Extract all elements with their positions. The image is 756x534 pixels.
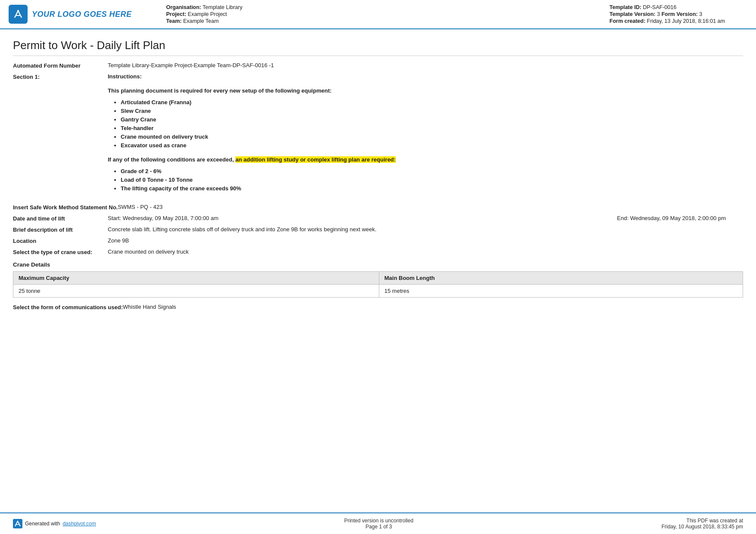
- location-label: Location: [13, 237, 108, 244]
- form-created-line: Form created: Friday, 13 July 2018, 8:16…: [609, 18, 747, 24]
- planning-doc-text: This planning document is required for e…: [108, 87, 743, 94]
- crane-table-cell-boom: 15 metres: [379, 285, 743, 298]
- footer-right-line2: Friday, 10 August 2018, 8:33:45 pm: [662, 524, 743, 530]
- datetime-start: Start: Wednesday, 09 May 2018, 7:00:00 a…: [108, 215, 219, 221]
- crane-details-table: Maximum Capacity Main Boom Length 25 ton…: [13, 271, 743, 298]
- footer-logo-icon: [13, 519, 22, 528]
- logo-icon: [9, 5, 28, 24]
- section1-content: Instructions: This planning document is …: [108, 73, 743, 199]
- footer-right-line1: This PDF was created at: [662, 518, 743, 524]
- instructions-block: This planning document is required for e…: [108, 87, 743, 192]
- template-id-line: Template ID: DP-SAF-0016: [609, 4, 747, 10]
- automated-form-value: Template Library-Example Project-Example…: [108, 62, 743, 68]
- footer-left: Generated with dashpivot.com: [13, 519, 96, 528]
- crane-details-title: Crane Details: [13, 261, 743, 268]
- conditions-intro: If any of the following conditions are e…: [108, 156, 743, 163]
- list-item: Slew Crane: [121, 108, 743, 114]
- location-value: Zone 9B: [108, 237, 743, 244]
- crane-table-header-capacity: Maximum Capacity: [13, 272, 379, 285]
- list-item: Tele-handler: [121, 125, 743, 131]
- logo-area: YOUR LOGO GOES HERE: [9, 4, 132, 24]
- swms-row: Insert Safe Work Method Statement No. SW…: [13, 204, 743, 211]
- page-title: Permit to Work - Daily Lift Plan: [13, 39, 743, 56]
- conditions-highlight: an addition lifting study or complex lif…: [235, 156, 396, 163]
- crane-table-header-row: Maximum Capacity Main Boom Length: [13, 272, 743, 285]
- swms-label: Insert Safe Work Method Statement No.: [13, 204, 118, 211]
- footer-generated-prefix: Generated with: [25, 521, 60, 527]
- datetime-row: Date and time of lift Start: Wednesday, …: [13, 215, 743, 222]
- section1-label: Section 1:: [13, 73, 108, 80]
- footer-center-line2: Page 1 of 3: [344, 524, 413, 530]
- equipment-list: Articulated Crane (Franna) Slew Crane Ga…: [121, 99, 743, 149]
- project-line: Project: Example Project: [166, 11, 601, 17]
- location-row: Location Zone 9B: [13, 237, 743, 244]
- list-item: Crane mounted on delivery truck: [121, 134, 743, 140]
- list-item: The lifting capacity of the crane exceed…: [121, 185, 743, 192]
- footer-center-line1: Printed version is uncontrolled: [344, 518, 413, 524]
- footer-generated-link[interactable]: dashpivot.com: [62, 521, 96, 527]
- crane-type-label: Select the type of crane used:: [13, 248, 108, 255]
- datetime-value: Start: Wednesday, 09 May 2018, 7:00:00 a…: [108, 215, 743, 221]
- list-item: Load of 0 Tonne - 10 Tonne: [121, 177, 743, 183]
- template-version-line: Template Version: 3 Form Version: 3: [609, 11, 747, 17]
- swms-value: SWMS - PQ - 423: [118, 204, 743, 210]
- crane-table-header-boom: Main Boom Length: [379, 272, 743, 285]
- datetime-end: End: Wednesday, 09 May 2018, 2:00:00 pm: [617, 215, 726, 221]
- header-meta: Organisation: Template Library Project: …: [141, 4, 601, 24]
- list-item: Gantry Crane: [121, 116, 743, 123]
- crane-table-cell-capacity: 25 tonne: [13, 285, 379, 298]
- section1-row: Section 1: Instructions: This planning d…: [13, 73, 743, 199]
- page-footer: Generated with dashpivot.com Printed ver…: [0, 512, 756, 534]
- svg-rect-1: [13, 519, 22, 528]
- list-item: Articulated Crane (Franna): [121, 99, 743, 106]
- crane-type-value: Crane mounted on delivery truck: [108, 248, 743, 255]
- page-header: YOUR LOGO GOES HERE Organisation: Templa…: [0, 0, 756, 29]
- brief-description-value: Concrete slab lift. Lifting concrete sla…: [108, 226, 743, 233]
- communications-label: Select the form of communications used:: [13, 304, 123, 310]
- list-item: Excavator used as crane: [121, 142, 743, 149]
- crane-table-row: 25 tonne 15 metres: [13, 285, 743, 298]
- header-right: Template ID: DP-SAF-0016 Template Versio…: [609, 4, 747, 24]
- automated-form-row: Automated Form Number Template Library-E…: [13, 62, 743, 69]
- org-line: Organisation: Template Library: [166, 4, 601, 10]
- footer-right: This PDF was created at Friday, 10 Augus…: [662, 518, 743, 530]
- crane-type-row: Select the type of crane used: Crane mou…: [13, 248, 743, 255]
- datetime-label: Date and time of lift: [13, 215, 108, 222]
- instructions-title: Instructions:: [108, 73, 743, 80]
- footer-center: Printed version is uncontrolled Page 1 o…: [344, 518, 413, 530]
- automated-form-label: Automated Form Number: [13, 62, 108, 69]
- svg-point-0: [17, 10, 19, 12]
- conditions-list: Grade of 2 - 6% Load of 0 Tonne - 10 Ton…: [121, 168, 743, 192]
- logo-text: YOUR LOGO GOES HERE: [32, 10, 132, 19]
- team-line: Team: Example Team: [166, 18, 601, 24]
- communications-value: Whistle Hand Signals: [123, 304, 743, 310]
- list-item: Grade of 2 - 6%: [121, 168, 743, 174]
- communications-row: Select the form of communications used: …: [13, 304, 743, 310]
- brief-description-label: Brief description of lift: [13, 226, 108, 233]
- brief-description-row: Brief description of lift Concrete slab …: [13, 226, 743, 233]
- main-content: Permit to Work - Daily Lift Plan Automat…: [0, 29, 756, 328]
